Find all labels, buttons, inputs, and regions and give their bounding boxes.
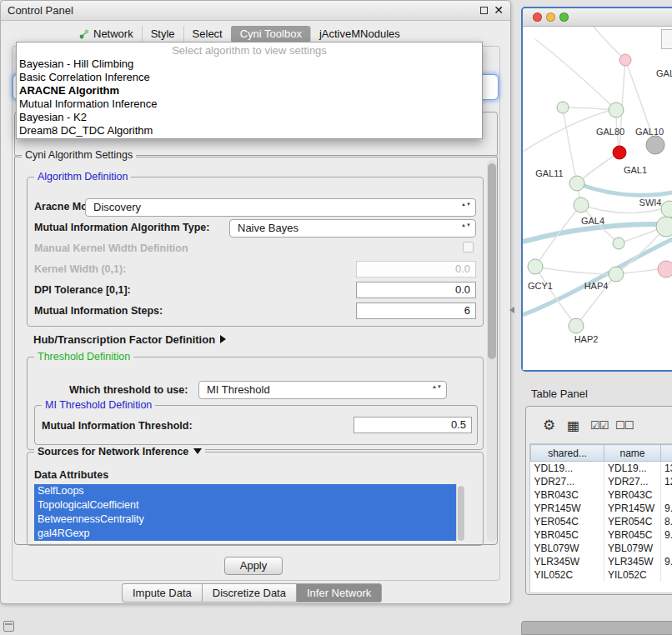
sources-group-title[interactable]: Sources for Network Inference (34, 446, 205, 458)
table-row[interactable]: YBR043CYBR043C (531, 488, 672, 502)
mi-type-value: Naive Bayes (238, 222, 298, 234)
which-threshold-select[interactable]: MI Threshold ▲▼ (198, 381, 447, 399)
select-all-icon[interactable]: ☑☑ (590, 419, 608, 432)
table-row[interactable]: YDR27...YDR27...12 (531, 475, 672, 488)
tab-jactivemnodules[interactable]: jActiveMNodules (310, 26, 409, 42)
network-window-titlebar[interactable] (523, 8, 672, 27)
settings-scrollbar[interactable] (487, 160, 497, 542)
float-window-icon[interactable] (480, 7, 488, 14)
tab-label: Select (193, 28, 223, 41)
close-icon[interactable]: ✕ (494, 3, 504, 17)
algorithm-definition-title: Algorithm Definition (34, 171, 131, 182)
network-scrollbar-fragment[interactable] (661, 29, 672, 49)
tab-infer-network[interactable]: Infer Network (296, 583, 382, 602)
tab-select[interactable]: Select (183, 26, 231, 42)
control-panel-tabbar: Network Style Select Cyni Toolbox jActiv… (71, 25, 409, 43)
algorithm-option[interactable]: Bayesian - K2 (17, 111, 482, 124)
attribute-list-item[interactable]: SelfLoops (34, 484, 465, 498)
dpi-tolerance-field[interactable]: 0.0 (356, 282, 476, 298)
hub-definition-expander[interactable]: Hub/Transcription Factor Definition (33, 333, 226, 346)
kernel-width-field[interactable]: 0.0 (356, 261, 476, 278)
node-label: GAL4 (581, 216, 604, 226)
mi-steps-field[interactable]: 6 (356, 302, 476, 319)
table-row[interactable]: YLR345WYLR345W9. (531, 555, 672, 568)
table-row[interactable]: YER054CYER054C8. (531, 515, 672, 528)
control-panel-titlebar[interactable]: Control Panel ✕ (1, 1, 510, 21)
network-node-hap2[interactable] (569, 318, 584, 333)
table-row[interactable]: YBR045CYBR045C9. (531, 528, 672, 542)
apply-button-label: Apply (240, 559, 268, 572)
attribute-list-item[interactable]: gal4RGexp (34, 527, 465, 541)
bottom-panel-strip (521, 621, 672, 635)
panel-splitter-handle[interactable] (509, 307, 514, 313)
edge (577, 183, 672, 195)
bottom-tabbar: Impute Data Discretize Data Infer Networ… (123, 583, 382, 602)
network-node-gal11[interactable] (569, 176, 584, 191)
scrollbar-thumb[interactable] (488, 163, 496, 359)
apply-button[interactable]: Apply (224, 557, 283, 575)
network-node[interactable] (613, 238, 624, 249)
network-node[interactable] (619, 54, 631, 66)
mi-threshold-field[interactable]: 0.5 (354, 417, 472, 433)
attribute-list-scrollbar[interactable] (456, 484, 465, 542)
tab-label: Cyni Toolbox (240, 28, 302, 41)
table-row[interactable]: YIL052CYIL052C (531, 568, 672, 582)
table-cell: YBL079W (531, 542, 604, 555)
network-node[interactable] (557, 102, 569, 113)
table-cell: YBR045C (531, 528, 604, 542)
table-row[interactable]: YBL079WYBL079W (531, 542, 672, 555)
network-node[interactable] (656, 217, 672, 237)
attribute-list-item[interactable]: TopologicalCoefficient (34, 498, 465, 512)
gear-icon[interactable]: ⚙ (543, 417, 555, 434)
network-node-hap4[interactable] (609, 267, 624, 282)
close-traffic-light-icon[interactable] (533, 12, 542, 22)
edge (535, 267, 576, 326)
network-node-gal1[interactable] (613, 146, 626, 159)
network-graph: GAL80 GAL10 GAL11 GAL1 SWI4 GAL4 GCY1 HA… (523, 27, 672, 370)
algorithm-option[interactable]: Basic Correlation Inference (17, 71, 482, 84)
algorithm-option[interactable]: Mutual Information Inference (17, 98, 482, 111)
table-cell: YBR043C (531, 488, 604, 502)
table-row[interactable]: YPR145WYPR145W9. (531, 502, 672, 515)
algorithm-option[interactable]: Dream8 DC_TDC Algorithm (17, 124, 482, 138)
tab-impute-data[interactable]: Impute Data (122, 583, 203, 602)
network-node-swi4[interactable] (661, 201, 672, 218)
which-threshold-value: MI Threshold (207, 383, 270, 396)
cyni-algorithm-settings-group: Cyni Algorithm Settings Algorithm Defini… (14, 155, 498, 545)
node-label: HAP4 (584, 281, 609, 291)
column-header-partial[interactable] (661, 445, 672, 462)
scrollbar-thumb[interactable] (458, 486, 464, 541)
minimized-panel-icon[interactable] (3, 621, 14, 632)
network-node-gal10[interactable] (646, 136, 664, 154)
tab-cyni-toolbox[interactable]: Cyni Toolbox (231, 26, 310, 42)
manual-kernel-checkbox[interactable] (463, 242, 474, 252)
zoom-traffic-light-icon[interactable] (559, 12, 569, 22)
network-node-gcy1[interactable] (528, 259, 543, 274)
tab-network[interactable]: Network (71, 26, 142, 42)
algorithm-option[interactable]: ARACNE Algorithm (17, 84, 482, 98)
combo-stepper-icon: ▲▼ (461, 222, 471, 228)
table-row[interactable]: YDL19...YDL19...13 (531, 462, 672, 475)
select-none-icon[interactable]: ☐☐ (615, 419, 633, 432)
sources-title-label: Sources for Network Inference (38, 446, 188, 458)
tab-style[interactable]: Style (142, 26, 183, 42)
network-node-gal4[interactable] (574, 198, 589, 212)
network-node[interactable] (658, 261, 672, 278)
attribute-list-item[interactable]: BetweennessCentrality (34, 512, 465, 527)
table-header-row: shared... name (531, 445, 672, 462)
data-attributes-list[interactable]: SelfLoopsTopologicalCoefficientBetweenne… (34, 484, 465, 542)
tab-label: jActiveMNodules (319, 28, 400, 41)
network-canvas[interactable]: GAL80 GAL10 GAL11 GAL1 SWI4 GAL4 GCY1 HA… (523, 27, 672, 370)
columns-icon[interactable]: ▦ (567, 418, 579, 433)
mi-type-select[interactable]: Naive Bayes ▲▼ (229, 219, 476, 238)
table-cell (661, 568, 672, 582)
algorithm-option[interactable]: Bayesian - Hill Climbing (17, 58, 482, 71)
column-header-name[interactable]: name (604, 445, 661, 462)
window-title: Control Panel (8, 4, 73, 17)
network-node-gal80[interactable] (609, 102, 624, 118)
aracne-mode-select[interactable]: Discovery ▲▼ (85, 198, 476, 217)
column-header-shared[interactable]: shared... (531, 445, 604, 462)
tab-discretize-data[interactable]: Discretize Data (202, 583, 297, 602)
minimize-traffic-light-icon[interactable] (546, 12, 555, 22)
kernel-width-label: Kernel Width (0,1): (34, 263, 126, 275)
